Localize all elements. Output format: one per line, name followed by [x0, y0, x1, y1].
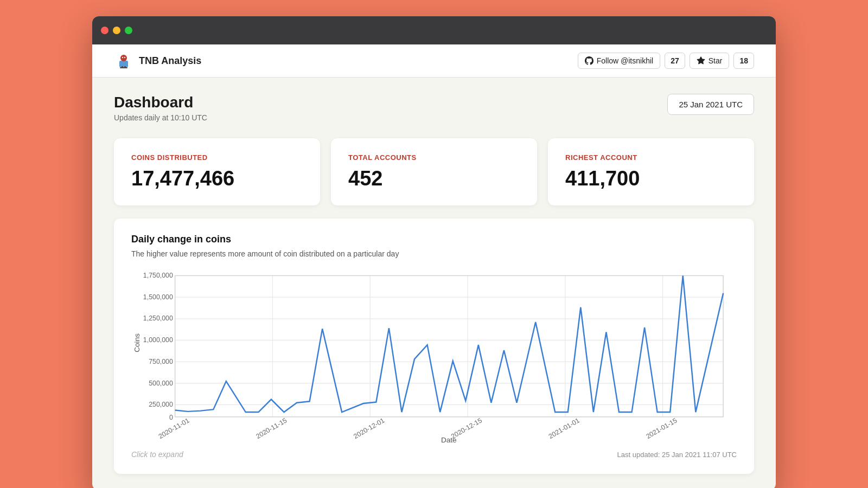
svg-rect-6 [120, 67, 127, 68]
stat-card-richest: RICHEST ACCOUNT 411,700 [548, 138, 754, 206]
chart-container: 0 250,000 500,000 750,000 1,000,000 1,25… [131, 269, 737, 446]
page-header: Dashboard Updates daily at 10:10 UTC 25 … [114, 94, 754, 122]
follow-count: 27 [665, 53, 685, 69]
svg-text:1,500,000: 1,500,000 [143, 293, 173, 301]
maximize-button[interactable] [125, 27, 132, 34]
chart-subtitle: The higher value represents more amount … [131, 249, 737, 258]
svg-text:2020-11-15: 2020-11-15 [254, 416, 288, 440]
page-subtitle: Updates daily at 10:10 UTC [114, 113, 207, 122]
svg-rect-0 [119, 61, 128, 67]
brand-icon [114, 51, 133, 70]
line-chart-svg: 0 250,000 500,000 750,000 1,000,000 1,25… [131, 269, 737, 444]
svg-text:0: 0 [169, 414, 173, 421]
minimize-button[interactable] [113, 27, 120, 34]
svg-point-1 [120, 55, 127, 61]
close-button[interactable] [101, 27, 108, 34]
chart-card[interactable]: Daily change in coins The higher value r… [114, 219, 754, 474]
svg-text:2020-11-01: 2020-11-01 [157, 416, 191, 440]
navbar: TNB Analysis Follow @itsnikhil 27 Star 1… [92, 44, 776, 78]
stat-label-accounts: TOTAL ACCOUNTS [348, 153, 520, 162]
svg-point-2 [122, 57, 123, 58]
stat-value-coins: 17,477,466 [131, 167, 303, 190]
svg-text:1,250,000: 1,250,000 [143, 314, 173, 322]
svg-text:2020-12-01: 2020-12-01 [352, 416, 386, 440]
svg-text:750,000: 750,000 [149, 358, 173, 365]
stat-value-richest: 411,700 [565, 167, 737, 190]
svg-text:1,750,000: 1,750,000 [143, 272, 173, 279]
github-icon [585, 56, 593, 65]
x-axis-labels: 2020-11-01 2020-11-15 2020-12-01 2020-12… [157, 416, 679, 440]
brand: TNB Analysis [114, 51, 201, 70]
svg-rect-31 [175, 275, 724, 416]
follow-button[interactable]: Follow @itsnikhil [578, 53, 660, 69]
brand-title: TNB Analysis [139, 55, 201, 67]
chart-title: Daily change in coins [131, 234, 737, 245]
star-count: 18 [733, 53, 754, 69]
titlebar [92, 16, 776, 44]
svg-text:500,000: 500,000 [149, 380, 173, 387]
svg-text:250,000: 250,000 [149, 401, 173, 408]
click-expand[interactable]: Click to expand [131, 450, 183, 459]
svg-text:2021-01-01: 2021-01-01 [547, 416, 581, 440]
stat-value-accounts: 452 [348, 167, 520, 190]
follow-label: Follow @itsnikhil [597, 56, 653, 65]
x-axis-label: Date [441, 436, 457, 444]
star-button[interactable]: Star [690, 53, 730, 69]
stats-row: COINS DISTRIBUTED 17,477,466 TOTAL ACCOU… [114, 138, 754, 206]
star-label: Star [709, 56, 723, 65]
page-title: Dashboard [114, 94, 207, 111]
stat-label-richest: RICHEST ACCOUNT [565, 153, 737, 162]
main-content: Dashboard Updates daily at 10:10 UTC 25 … [92, 78, 776, 488]
svg-text:Coins: Coins [133, 333, 141, 352]
svg-text:2021-01-15: 2021-01-15 [645, 416, 679, 440]
stat-card-coins: COINS DISTRIBUTED 17,477,466 [114, 138, 320, 206]
svg-point-3 [124, 57, 125, 58]
page-heading: Dashboard Updates daily at 10:10 UTC [114, 94, 207, 122]
chart-line [175, 275, 724, 412]
star-icon [697, 56, 705, 65]
traffic-lights [101, 27, 132, 34]
nav-actions: Follow @itsnikhil 27 Star 18 [578, 53, 754, 69]
x-gridlines [175, 275, 724, 416]
last-updated: Last updated: 25 Jan 2021 11:07 UTC [617, 451, 737, 459]
date-badge: 25 Jan 2021 UTC [667, 94, 754, 115]
svg-text:1,000,000: 1,000,000 [143, 336, 173, 344]
app-window: TNB Analysis Follow @itsnikhil 27 Star 1… [92, 16, 776, 488]
chart-footer: Click to expand Last updated: 25 Jan 202… [131, 450, 737, 459]
stat-card-accounts: TOTAL ACCOUNTS 452 [331, 138, 537, 206]
stat-label-coins: COINS DISTRIBUTED [131, 153, 303, 162]
